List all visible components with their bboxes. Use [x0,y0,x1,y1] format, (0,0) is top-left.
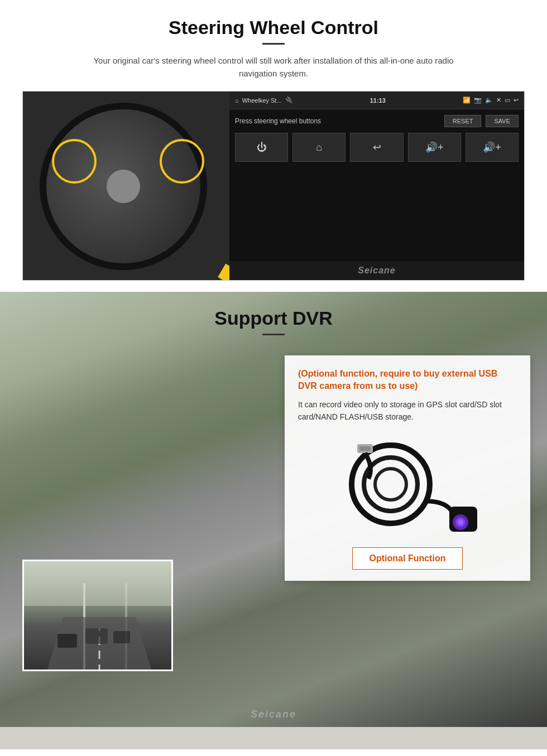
dvr-content-area: (Optional function, require to buy exter… [0,344,547,581]
steering-wheel-graphic [40,103,207,270]
vol-up-control[interactable]: 🔊+ [408,133,461,162]
back-icon: ↩ [514,97,519,104]
status-bar-left: ⌂ Wheelkey St... 🔌 [235,97,293,104]
dvr-title: Support DVR [0,307,547,329]
usb-icon: 🔌 [285,97,293,104]
wifi-icon: 📶 [463,97,471,104]
dvr-description: It can record video only to storage in G… [298,398,517,423]
app-name: Wheelkey St... [242,97,282,104]
bottom-margin [0,727,547,749]
power-control[interactable]: ⏻ [235,133,288,162]
wheelkey-action-buttons: RESET SAVE [444,115,519,127]
svg-rect-12 [57,634,77,648]
dvr-camera-image [298,431,517,543]
back-control[interactable]: ↩ [350,133,403,162]
wheelkey-title: Press steering wheel buttons [235,117,321,125]
dvr-title-area: Support DVR [0,292,547,344]
dvr-info-box: (Optional function, require to buy exter… [285,355,530,581]
home-control[interactable]: ⌂ [292,133,346,162]
steering-wheel-left [23,92,229,280]
svg-point-2 [375,469,406,500]
steering-image-container: ⌂ Wheelkey St... 🔌 11:13 📶 📷 🔈 ✕ ▭ ↩ Pre [22,91,525,281]
road-scene-svg [24,561,173,671]
svg-rect-14 [113,631,130,643]
screen-icon: ▭ [505,97,510,104]
head-unit-screen: ⌂ Wheelkey St... 🔌 11:13 📶 📷 🔈 ✕ ▭ ↩ Pre [229,92,524,280]
close-icon: ✕ [496,97,501,104]
section1-subtitle: Your original car's steering wheel contr… [78,55,469,80]
yellow-circle-right [160,139,204,184]
home-icon: ⌂ [235,97,239,104]
camera-icon: 📷 [474,97,482,104]
status-bar-time: 11:13 [370,97,386,104]
volume-icon: 🔈 [485,97,493,104]
yellow-circle-left [52,139,97,184]
arrow-shape [212,253,229,280]
steering-section: Steering Wheel Control Your original car… [0,0,547,292]
svg-rect-8 [359,446,371,451]
optional-function-container: Optional Function [298,543,517,570]
wheelkey-controls-row: ⏻ ⌂ ↩ 🔊+ 🔊+ [235,133,519,162]
dvr-camera-svg [329,434,486,540]
svg-rect-9 [24,561,173,606]
reset-button[interactable]: RESET [444,115,482,127]
status-bar-right: 📶 📷 🔈 ✕ ▭ ↩ [463,97,519,104]
save-button[interactable]: SAVE [486,115,519,127]
status-bar: ⌂ Wheelkey St... 🔌 11:13 📶 📷 🔈 ✕ ▭ ↩ [229,92,524,109]
optional-function-button[interactable]: Optional Function [352,547,463,570]
wheelkey-ui: Press steering wheel buttons RESET SAVE … [229,109,524,261]
svg-point-6 [458,519,463,525]
dvr-road-inset [22,560,173,671]
dvr-divider [262,334,285,335]
dvr-section: Support DVR (Optional function, require … [0,292,547,727]
title-divider-1 [262,43,285,45]
section1-title: Steering Wheel Control [22,17,525,38]
vol-up-2-control[interactable]: 🔊+ [466,133,519,162]
steering-wheel-center [107,170,140,203]
dvr-seicane-watermark: Seicane [251,709,296,720]
wheelkey-header: Press steering wheel buttons RESET SAVE [235,115,519,127]
seicane-watermark-1: Seicane [229,261,524,280]
dvr-optional-text: (Optional function, require to buy exter… [298,368,517,393]
svg-rect-13 [85,628,108,644]
